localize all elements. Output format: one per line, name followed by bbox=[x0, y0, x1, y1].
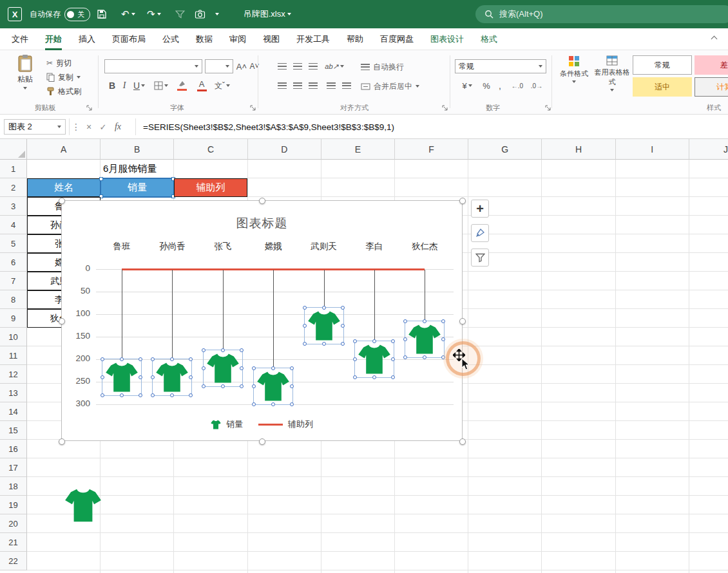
chart-handle-se[interactable] bbox=[459, 438, 466, 445]
row-header-3[interactable]: 3 bbox=[0, 197, 27, 216]
chart-handle-nw[interactable] bbox=[59, 198, 65, 204]
marker-handle[interactable] bbox=[303, 324, 307, 328]
marker-handle[interactable] bbox=[290, 366, 294, 370]
align-left-icon[interactable] bbox=[276, 79, 289, 93]
menu-tab[interactable]: 文件 bbox=[12, 28, 28, 50]
marker-handle[interactable] bbox=[303, 306, 307, 310]
marker-handle[interactable] bbox=[303, 342, 307, 346]
column-header-H[interactable]: H bbox=[542, 139, 615, 160]
menu-tab[interactable]: 格式 bbox=[481, 28, 497, 50]
tshirt-marker[interactable] bbox=[206, 353, 240, 384]
chart-handle-ne[interactable] bbox=[459, 198, 466, 204]
chart-handle-n[interactable] bbox=[259, 198, 265, 204]
row-header-10[interactable]: 10 bbox=[0, 328, 27, 346]
data-point-marker[interactable] bbox=[253, 368, 293, 405]
marker-handle[interactable] bbox=[151, 357, 155, 361]
underline-button[interactable]: U bbox=[131, 79, 147, 93]
column-header-G[interactable]: G bbox=[468, 139, 542, 160]
row-header-7[interactable]: 7 bbox=[0, 272, 27, 290]
marker-handle[interactable] bbox=[341, 324, 345, 328]
marker-handle[interactable] bbox=[290, 402, 294, 406]
row-header-8[interactable]: 8 bbox=[0, 290, 27, 309]
cut-button[interactable]: ✂剪切 bbox=[46, 57, 72, 70]
number-format-combo[interactable]: 常规 bbox=[455, 59, 546, 73]
increase-decimal-button[interactable]: ←.0 bbox=[509, 79, 526, 93]
row-header-9[interactable]: 9 bbox=[0, 309, 27, 328]
marker-handle[interactable] bbox=[139, 375, 142, 379]
cell-style-计算[interactable]: 计算 bbox=[694, 77, 728, 97]
column-header-E[interactable]: E bbox=[321, 139, 395, 160]
chart-legend[interactable]: 销量辅助列 bbox=[62, 418, 462, 430]
decrease-indent-icon[interactable] bbox=[325, 79, 338, 93]
menu-tab[interactable]: 数据 bbox=[196, 28, 213, 50]
row-header-6[interactable]: 6 bbox=[0, 253, 27, 272]
row-header-13[interactable]: 13 bbox=[0, 384, 27, 402]
data-point-marker[interactable] bbox=[304, 307, 344, 344]
column-header-B[interactable]: B bbox=[101, 139, 174, 160]
data-point-marker[interactable] bbox=[405, 321, 445, 358]
marker-handle[interactable] bbox=[151, 375, 155, 379]
menu-tab[interactable]: 页面布局 bbox=[112, 28, 146, 50]
chart[interactable]: 图表标题 050100150200250300鲁班孙尚香张飞嫦娥武则天李白狄仁杰… bbox=[61, 200, 463, 441]
row-header-12[interactable]: 12 bbox=[0, 365, 27, 384]
menu-tab[interactable]: 图表设计 bbox=[430, 28, 464, 50]
tshirt-marker[interactable] bbox=[256, 371, 290, 402]
tshirt-marker[interactable] bbox=[408, 324, 441, 355]
marker-handle[interactable] bbox=[221, 384, 225, 388]
font-dialog-launcher[interactable] bbox=[250, 104, 256, 113]
menu-tab[interactable]: 帮助 bbox=[347, 28, 363, 50]
chart-filter-button[interactable] bbox=[471, 249, 489, 267]
marker-handle[interactable] bbox=[391, 375, 395, 379]
chart-styles-button[interactable] bbox=[471, 224, 489, 242]
percent-style-button[interactable]: % bbox=[481, 79, 492, 93]
collapse-ribbon-icon[interactable] bbox=[712, 37, 716, 41]
marker-handle[interactable] bbox=[170, 393, 174, 397]
align-right-icon[interactable] bbox=[307, 79, 320, 93]
marker-handle[interactable] bbox=[101, 393, 104, 397]
italic-button[interactable]: I bbox=[120, 79, 129, 93]
cell-b2-header-selected[interactable]: 销量 bbox=[101, 178, 174, 197]
row-header-20[interactable]: 20 bbox=[0, 514, 27, 533]
format-as-table-button[interactable]: 套用表格格式 bbox=[594, 55, 630, 91]
marker-handle[interactable] bbox=[221, 348, 225, 352]
font-name-combo[interactable] bbox=[104, 59, 202, 73]
marker-handle[interactable] bbox=[240, 348, 244, 352]
menu-tab[interactable]: 公式 bbox=[162, 28, 179, 50]
orientation-button[interactable]: ab↗ bbox=[325, 59, 344, 73]
cancel-icon[interactable]: × bbox=[82, 115, 95, 139]
marker-handle[interactable] bbox=[252, 366, 256, 370]
cell-style-常规[interactable]: 常规 bbox=[633, 55, 692, 75]
row-header-5[interactable]: 5 bbox=[0, 234, 27, 253]
marker-handle[interactable] bbox=[202, 384, 206, 388]
marker-handle[interactable] bbox=[403, 319, 407, 323]
menu-tab[interactable]: 开发工具 bbox=[296, 28, 330, 50]
decrease-font-icon[interactable]: A˅ bbox=[249, 59, 260, 73]
format-painter-button[interactable]: 格式刷 bbox=[46, 85, 81, 98]
marker-handle[interactable] bbox=[322, 306, 326, 310]
marker-handle[interactable] bbox=[403, 355, 407, 359]
bold-button[interactable]: B bbox=[107, 79, 117, 93]
phonetic-guide-button[interactable]: 文ˇ bbox=[213, 79, 232, 93]
marker-handle[interactable] bbox=[391, 339, 395, 343]
marker-handle[interactable] bbox=[441, 337, 445, 341]
cell-b1-title[interactable]: 6月服饰销量 bbox=[101, 160, 229, 178]
paste-button[interactable]: 粘贴 bbox=[10, 54, 40, 89]
marker-handle[interactable] bbox=[271, 402, 275, 406]
row-header-16[interactable]: 16 bbox=[0, 440, 27, 458]
tshirt-marker[interactable] bbox=[307, 310, 341, 341]
number-dialog-launcher[interactable] bbox=[545, 104, 551, 113]
excel-logo-icon[interactable]: X bbox=[8, 0, 22, 28]
data-point-marker[interactable] bbox=[203, 350, 243, 387]
marker-handle[interactable] bbox=[189, 357, 193, 361]
column-header-C[interactable]: C bbox=[174, 139, 247, 160]
marker-handle[interactable] bbox=[202, 366, 206, 370]
marker-handle[interactable] bbox=[252, 384, 256, 388]
tshirt-marker[interactable] bbox=[105, 362, 139, 393]
row-header-22[interactable]: 22 bbox=[0, 552, 27, 570]
marker-handle[interactable] bbox=[139, 393, 142, 397]
menu-tab[interactable]: 百度网盘 bbox=[380, 28, 414, 50]
marker-handle[interactable] bbox=[189, 393, 193, 397]
data-point-marker[interactable] bbox=[102, 359, 142, 396]
menu-tab[interactable]: 开始 bbox=[45, 28, 62, 50]
marker-handle[interactable] bbox=[403, 337, 407, 341]
